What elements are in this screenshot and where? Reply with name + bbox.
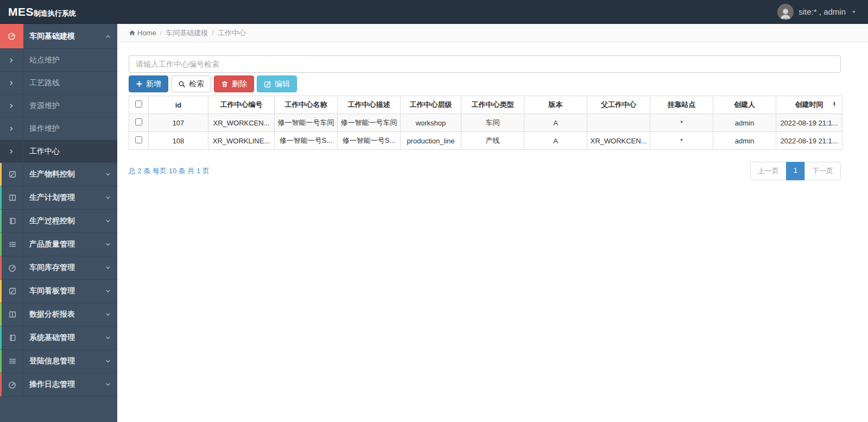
book-icon [2, 210, 23, 232]
sidebar-item-label: 生产物料控制 [23, 163, 99, 186]
cell-creator: admin [713, 132, 776, 150]
sidebar-item-analytics-reports[interactable]: 数据分析报表 [0, 303, 117, 326]
cell-station: * [650, 114, 713, 132]
pencil-square-icon [2, 163, 23, 186]
trash-icon [221, 80, 229, 88]
table-row[interactable]: 107 XR_WORKCEN... 修一智能一号车间 修一智能一号车间 work… [129, 114, 842, 132]
sidebar-item-inventory-management[interactable]: 车间库存管理 [0, 256, 117, 280]
breadcrumb: Home / 车间基础建模 / 工作中心 [117, 24, 868, 42]
row-checkbox-cell [129, 132, 149, 150]
column-header-id: id [149, 96, 208, 114]
sidebar-item-process-control[interactable]: 生产过程控制 [0, 210, 117, 233]
chevron-down-icon [99, 326, 117, 349]
sidebar-item-quality-management[interactable]: 产品质量管理 [0, 233, 117, 256]
sidebar-item-work-center[interactable]: 工作中心 [0, 140, 117, 163]
sidebar-item-login-info-management[interactable]: 登陆信息管理 [0, 350, 117, 373]
column-header-creator: 创建人 [713, 96, 776, 114]
row-checkbox[interactable] [135, 136, 142, 143]
app-logo-secondary: 制造执行系统 [34, 9, 76, 18]
column-header-created-label: 创建时间 [795, 100, 823, 109]
column-header-type: 工作中心类型 [461, 96, 524, 114]
breadcrumb-home-label: Home [137, 29, 156, 37]
cell-name: 修一智能一号车间 [275, 114, 338, 132]
sidebar-item-plan-management[interactable]: 生产计划管理 [0, 186, 117, 210]
cell-created: 2022-08-19 21:1... [776, 132, 842, 150]
select-all-checkbox[interactable] [135, 100, 142, 108]
gauge-icon [2, 256, 23, 279]
pin-icon[interactable] [831, 101, 838, 108]
cell-version: A [524, 132, 587, 150]
column-header-name: 工作中心名称 [275, 96, 338, 114]
add-button-label: 新增 [146, 79, 161, 89]
prev-page-button[interactable]: 上一页 [750, 162, 787, 180]
sidebar-item-label: 站点维护 [23, 49, 117, 71]
column-header-desc: 工作中心描述 [338, 96, 401, 114]
chevron-right-icon [0, 140, 23, 162]
user-menu[interactable]: site:* , admin [777, 4, 868, 20]
user-label: site:* , admin [799, 7, 846, 16]
cell-type: 车间 [461, 114, 524, 132]
cell-id: 108 [149, 132, 208, 150]
column-header-station: 挂靠站点 [650, 96, 713, 114]
row-checkbox[interactable] [135, 118, 142, 125]
sidebar-group-workshop-modeling[interactable]: 车间基础建模 [0, 24, 117, 49]
table-row[interactable]: 108 XR_WORKLINE... 修一智能一号S... 修一智能一号S...… [129, 132, 842, 150]
breadcrumb-separator: / [212, 29, 214, 37]
columns-icon [2, 303, 23, 326]
sidebar-item-material-control[interactable]: 生产物料控制 [0, 163, 117, 186]
cell-creator: admin [713, 114, 776, 132]
breadcrumb-home-link[interactable]: Home [129, 29, 156, 37]
search-input[interactable] [129, 55, 841, 73]
cell-station: * [650, 132, 713, 150]
breadcrumb-item-workshop-modeling[interactable]: 车间基础建模 [166, 28, 208, 38]
column-header-code: 工作中心编号 [208, 96, 275, 114]
chevron-down-icon [99, 350, 117, 373]
chevron-down-icon [99, 373, 117, 396]
sidebar-item-label: 工作中心 [23, 140, 117, 162]
sidebar-item-label: 车间库存管理 [23, 256, 99, 279]
header-checkbox-cell [129, 96, 149, 114]
sidebar-item-resource-maintenance[interactable]: 资源维护 [0, 95, 117, 117]
breadcrumb-item-work-center: 工作中心 [218, 28, 246, 38]
page-1-button[interactable]: 1 [786, 162, 805, 180]
gauge-icon [0, 24, 23, 48]
chevron-down-icon [99, 233, 117, 256]
add-button[interactable]: 新增 [129, 75, 168, 92]
chevron-down-icon [99, 210, 117, 232]
sidebar-item-operation-maintenance[interactable]: 操作维护 [0, 117, 117, 140]
top-navbar: MES 制造执行系统 site:* , admin [0, 0, 868, 24]
sidebar-item-kanban-management[interactable]: 车间看板管理 [0, 280, 117, 303]
sidebar-item-label: 产品质量管理 [23, 233, 99, 256]
edit-icon [264, 80, 271, 88]
chevron-down-icon [99, 186, 117, 209]
chevron-down-icon [99, 280, 117, 303]
table-footer: 总 2 条 每页 10 条 共 1 页 上一页 1 下一页 [129, 162, 841, 180]
sidebar-item-label: 操作日志管理 [23, 373, 99, 396]
home-icon [129, 29, 136, 36]
toolbar: 新增 检索 删除 编辑 [129, 75, 841, 92]
list-icon [2, 233, 23, 256]
columns-icon [2, 186, 23, 209]
avatar [777, 4, 794, 20]
column-header-parent: 父工作中心 [587, 96, 650, 114]
edit-button-label: 编辑 [275, 79, 290, 89]
sidebar-item-station-maintenance[interactable]: 站点维护 [0, 49, 117, 72]
cell-version: A [524, 114, 587, 132]
breadcrumb-separator: / [160, 29, 162, 37]
sidebar: 车间基础建模 站点维护 工艺路线 资源维护 操作维护 工作中心 生产物料控制 生… [0, 24, 117, 422]
app-logo-primary: MES [8, 5, 34, 18]
cell-level: workshop [401, 114, 461, 132]
edit-button[interactable]: 编辑 [257, 75, 297, 92]
next-page-button[interactable]: 下一页 [804, 162, 841, 180]
delete-button[interactable]: 删除 [214, 75, 254, 92]
sidebar-item-process-route[interactable]: 工艺路线 [0, 72, 117, 95]
column-header-version: 版本 [524, 96, 587, 114]
cell-parent [587, 114, 650, 132]
chevron-right-icon [0, 95, 23, 117]
sidebar-item-operation-log-management[interactable]: 操作日志管理 [0, 373, 117, 396]
cell-code: XR_WORKLINE... [208, 132, 275, 150]
search-button-label: 检索 [189, 79, 204, 89]
row-checkbox-cell [129, 114, 149, 132]
search-button[interactable]: 检索 [171, 75, 211, 92]
sidebar-item-system-management[interactable]: 系统基础管理 [0, 326, 117, 350]
